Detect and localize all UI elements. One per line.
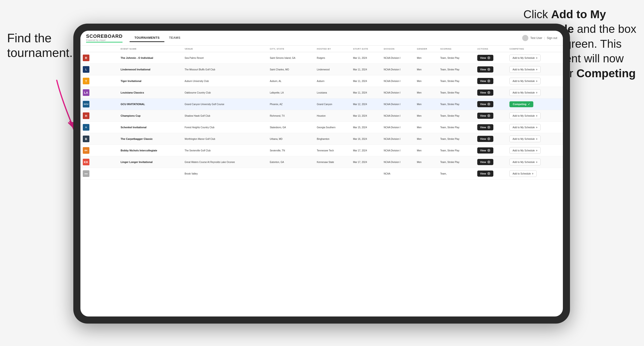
venue-cell: Great Waters Course At Reynolds Lake Oco… — [182, 156, 268, 168]
event-name-cell: Schenkel Invitational — [118, 122, 182, 133]
venue-cell: Sea Palms Resort — [182, 52, 268, 64]
plus-icon: + — [532, 172, 534, 175]
team-logo-cell: KK — [80, 156, 118, 168]
venue-cell: Oakbourne Country Club — [182, 87, 268, 99]
view-button[interactable]: View ⓘ — [477, 147, 493, 154]
add-to-schedule-button[interactable]: Add to My Schedule + — [510, 159, 541, 165]
competing-button[interactable]: Competing ✓ — [510, 101, 533, 107]
add-to-schedule-label: Add to My Schedule — [512, 114, 535, 117]
actions-cell: View ⓘ — [475, 75, 507, 87]
info-icon: ⓘ — [487, 79, 490, 83]
table-row: GCUGCU INVITATIONALGrand Canyon Universi… — [80, 99, 563, 110]
hosted-by-cell: Binghamton — [314, 133, 351, 145]
start-date-cell — [351, 168, 382, 179]
tab-teams[interactable]: TEAMS — [164, 34, 185, 42]
view-button[interactable]: View ⓘ — [477, 78, 493, 84]
city-state-cell: Urbana, MD — [268, 133, 314, 145]
start-date-cell: Mar 17, 2024 — [351, 145, 382, 156]
table-container: EVENT NAME VENUE CITY, STATE HOSTED BY S… — [80, 46, 563, 317]
scoring-cell: Team, Stroke Play — [438, 52, 475, 64]
logo-bar — [86, 42, 122, 42]
team-logo: B — [83, 136, 90, 142]
start-date-cell: Mar 11, 2024 — [351, 87, 382, 99]
division-cell: NCAA Division I — [382, 133, 414, 145]
add-to-schedule-button[interactable]: Add to My Schedule + — [510, 136, 541, 142]
actions-cell: View ⓘ — [475, 64, 507, 75]
venue-cell: Shadow Hawk Golf Club — [182, 110, 268, 122]
division-cell: NCAA Division I — [382, 52, 414, 64]
plus-icon: + — [536, 79, 538, 83]
view-button[interactable]: View ⓘ — [477, 66, 493, 72]
venue-cell: Forest Heights Country Club — [182, 122, 268, 133]
gender-cell: Men — [414, 133, 438, 145]
scoring-cell: Team, Stroke Play — [438, 156, 475, 168]
event-name-cell: GCU INVITATIONAL — [118, 99, 182, 110]
event-name-cell: Champions Cup — [118, 110, 182, 122]
table-header: EVENT NAME VENUE CITY, STATE HOSTED BY S… — [80, 46, 563, 52]
view-label: View — [480, 149, 486, 152]
add-to-schedule-button[interactable]: Add to My Schedule + — [510, 124, 541, 131]
actions-cell: View ⓘ — [475, 156, 507, 168]
division-cell: NCAA Division I — [382, 75, 414, 87]
event-name-cell: The Carpetbagger Classic — [118, 133, 182, 145]
table-row: LALouisiana ClassicsOakbourne Country Cl… — [80, 87, 563, 99]
view-button[interactable]: View ⓘ — [477, 124, 493, 130]
add-to-schedule-button[interactable]: Add to Schedule + — [510, 170, 537, 177]
hosted-by-cell: Auburn — [314, 75, 351, 87]
gender-cell: Men — [414, 156, 438, 168]
info-icon: ⓘ — [487, 126, 490, 129]
add-to-schedule-button[interactable]: Add to My Schedule + — [510, 147, 541, 154]
gender-cell: Men — [414, 99, 438, 110]
event-name-cell: Louisiana Classics — [118, 87, 182, 99]
event-name: Louisiana Classics — [120, 91, 144, 94]
start-date-cell: Mar 12, 2024 — [351, 99, 382, 110]
team-logo: GCU — [83, 101, 90, 107]
view-button[interactable]: View ⓘ — [477, 171, 493, 177]
competing-cell: Add to My Schedule + — [507, 64, 563, 75]
add-to-schedule-button[interactable]: Add to My Schedule + — [510, 112, 541, 119]
tablet-screen: SCOREBOARD Powered by clippd TOURNAMENTS… — [80, 31, 563, 317]
city-state-cell: Richmond, TX — [268, 110, 314, 122]
view-button[interactable]: View ⓘ — [477, 159, 493, 165]
view-button[interactable]: View ⓘ — [477, 113, 493, 119]
city-state-cell: Auburn, AL — [268, 75, 314, 87]
view-button[interactable]: View ⓘ — [477, 136, 493, 142]
competing-cell: Add to My Schedule + — [507, 156, 563, 168]
venue-cell: The Missouri Bluffs Golf Club — [182, 64, 268, 75]
add-to-schedule-button[interactable]: Add to My Schedule + — [510, 78, 541, 84]
tab-tournaments[interactable]: TOURNAMENTS — [130, 34, 164, 42]
hosted-by-cell: Houston — [314, 110, 351, 122]
event-name: Champions Cup — [120, 114, 140, 117]
competing-cell: Add to My Schedule + — [507, 122, 563, 133]
add-to-schedule-button[interactable]: Add to My Schedule + — [510, 89, 541, 96]
event-name-cell: Lindenwood Invitational — [118, 64, 182, 75]
nav-tabs: TOURNAMENTS TEAMS — [130, 34, 185, 42]
view-button[interactable]: View ⓘ — [477, 101, 493, 107]
gender-cell: Men — [414, 122, 438, 133]
division-cell: NCAA Division I — [382, 110, 414, 122]
add-to-schedule-button[interactable]: Add to My Schedule + — [510, 66, 541, 73]
add-to-schedule-button[interactable]: Add to My Schedule + — [510, 55, 541, 61]
division-cell: NCAA Division I — [382, 99, 414, 110]
view-button[interactable]: View ⓘ — [477, 90, 493, 96]
event-name: Schenkel Invitational — [120, 126, 146, 129]
table-row: KKLinger Longer InvitationalGreat Waters… — [80, 156, 563, 168]
sign-out-link[interactable]: Sign out — [547, 36, 557, 40]
gender-cell: Men — [414, 145, 438, 156]
nav-bar: SCOREBOARD Powered by clippd TOURNAMENTS… — [80, 31, 563, 46]
table-row: GSchenkel InvitationalForest Heights Cou… — [80, 122, 563, 133]
info-icon: ⓘ — [487, 68, 490, 71]
team-logo-cell: L — [80, 64, 118, 75]
scoring-cell: Team, Stroke Play — [438, 110, 475, 122]
team-logo: BK — [83, 147, 90, 154]
competing-cell: Add to My Schedule + — [507, 75, 563, 87]
competing-label: Competing — [513, 103, 526, 106]
info-icon: ⓘ — [487, 160, 490, 164]
view-label: View — [480, 80, 486, 82]
view-button[interactable]: View ⓘ — [477, 55, 493, 61]
event-name: GCU INVITATIONAL — [120, 103, 145, 106]
event-name: Bobby Nichols Intercollegiate — [120, 149, 157, 152]
team-logo-cell: ••• — [80, 168, 118, 179]
event-name: Linger Longer Invitational — [120, 161, 152, 164]
info-icon: ⓘ — [487, 149, 490, 152]
